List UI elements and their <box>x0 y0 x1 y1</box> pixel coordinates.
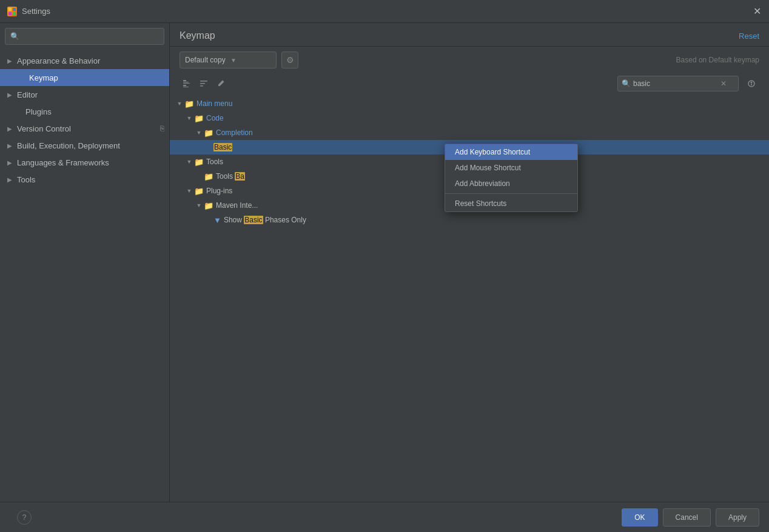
tree-item-code[interactable]: ▼ 📁 Code <box>170 111 769 125</box>
ok-label: OK <box>634 513 645 522</box>
clear-search-button[interactable]: ✕ <box>720 79 727 88</box>
tree-item-label: Main menu <box>196 99 232 108</box>
context-menu-item-label: Add Keyboard Shortcut <box>455 148 530 156</box>
tree-item-completion[interactable]: ▼ 📁 Completion <box>170 125 769 140</box>
folder-icon: 📁 <box>204 201 213 210</box>
tree-arrow-icon: ▼ <box>194 130 204 136</box>
svg-rect-3 <box>13 12 16 15</box>
arrow-icon: ▶ <box>7 58 16 64</box>
window-title: Settings <box>22 7 752 16</box>
sidebar-item-editor[interactable]: ▶ Editor <box>0 86 169 103</box>
tree-arrow-icon: ▼ <box>184 159 194 165</box>
folder-icon: 📁 <box>194 114 204 123</box>
keymap-dropdown[interactable]: Default copy ▼ <box>180 52 277 68</box>
context-menu-item-reset-shortcuts[interactable]: Reset Shortcuts <box>445 196 577 211</box>
svg-rect-8 <box>183 87 189 87</box>
svg-rect-1 <box>13 8 16 11</box>
context-menu: Add Keyboard Shortcut Add Mouse Shortcut… <box>445 144 578 212</box>
sidebar-item-label: Build, Execution, Deployment <box>17 141 120 150</box>
folder-icon: 📁 <box>184 99 194 108</box>
filter-icon: ▼ <box>213 216 221 225</box>
svg-rect-6 <box>183 83 190 84</box>
tree-arrow-icon: ▼ <box>184 188 194 194</box>
sidebar-item-languages[interactable]: ▶ Languages & Frameworks <box>0 154 169 171</box>
svg-rect-10 <box>200 83 205 84</box>
svg-rect-9 <box>200 81 207 82</box>
highlight-text: Basic <box>244 216 263 224</box>
tree-item-label: Basic <box>213 143 232 151</box>
cancel-button[interactable]: Cancel <box>663 508 711 527</box>
sidebar-item-build[interactable]: ▶ Build, Execution, Deployment <box>0 137 169 154</box>
gear-button[interactable]: ⚙ <box>281 52 298 68</box>
expand-all-button[interactable] <box>180 76 194 91</box>
help-button[interactable]: ? <box>17 510 32 525</box>
arrow-icon: ▶ <box>7 125 16 132</box>
edit-button[interactable] <box>213 76 228 91</box>
title-bar: Settings ✕ <box>0 0 769 23</box>
settings-window: Settings ✕ 🔍 ▶ Appearance & Behavior Key… <box>0 0 769 532</box>
sidebar-item-keymap[interactable]: Keymap <box>0 69 169 86</box>
sidebar-item-label: Editor <box>17 90 38 99</box>
context-menu-item-label: Add Abbreviation <box>455 179 510 188</box>
context-menu-item-label: Reset Shortcuts <box>455 199 506 208</box>
folder-icon: 📁 <box>204 172 213 181</box>
svg-rect-4 <box>183 80 186 81</box>
sidebar-search[interactable]: 🔍 <box>5 28 164 45</box>
apply-label: Apply <box>728 513 747 522</box>
svg-point-13 <box>751 82 753 84</box>
sidebar-item-label: Languages & Frameworks <box>17 158 109 167</box>
search-field-icon: 🔍 <box>622 79 631 88</box>
help-label: ? <box>22 513 27 522</box>
sidebar-item-appearance[interactable]: ▶ Appearance & Behavior <box>0 52 169 69</box>
close-button[interactable]: ✕ <box>752 7 762 16</box>
sidebar-item-label: Keymap <box>29 73 58 82</box>
arrow-icon: ▶ <box>7 159 16 166</box>
arrow-icon: ▶ <box>7 142 16 149</box>
bottom-bar: ? OK Cancel Apply <box>0 502 769 532</box>
svg-rect-2 <box>8 12 12 15</box>
sidebar: 🔍 ▶ Appearance & Behavior Keymap ▶ Edito <box>0 23 170 502</box>
panel-header: Keymap Reset <box>170 23 769 47</box>
dropdown-arrow-icon: ▼ <box>230 57 271 64</box>
sidebar-item-version-control[interactable]: ▶ Version Control ⎘ <box>0 120 169 137</box>
apply-button[interactable]: Apply <box>716 508 759 527</box>
cancel-label: Cancel <box>676 513 698 522</box>
tree-toolbar: 🔍 ✕ <box>170 73 769 94</box>
tree-item-label: Maven Inte... <box>216 201 258 210</box>
folder-icon: 📁 <box>194 158 204 167</box>
reset-link[interactable]: Reset <box>739 32 759 41</box>
svg-rect-5 <box>183 82 189 82</box>
svg-rect-0 <box>8 8 12 11</box>
tree-area: ▼ 📁 Main menu ▼ 📁 Code ▼ 📁 Completion <box>170 94 769 502</box>
tree-search-input[interactable] <box>633 79 718 88</box>
keymap-toolbar: Default copy ▼ ⚙ Based on Default keymap <box>170 47 769 73</box>
based-on-text: Based on Default keymap <box>676 56 759 64</box>
context-menu-item-add-keyboard[interactable]: Add Keyboard Shortcut <box>445 144 577 160</box>
dropdown-value: Default copy <box>185 56 226 64</box>
svg-rect-7 <box>183 85 186 86</box>
folder-icon: 📁 <box>194 187 204 196</box>
tree-item-label: Show Basic Phases Only <box>224 216 306 224</box>
context-menu-divider <box>445 193 577 194</box>
sidebar-item-plugins[interactable]: Plugins <box>0 103 169 120</box>
collapse-all-button[interactable] <box>196 76 211 91</box>
search-filter-button[interactable] <box>744 76 759 91</box>
sidebar-search-input[interactable] <box>23 32 159 41</box>
tree-search-field[interactable]: 🔍 ✕ <box>617 76 739 91</box>
context-menu-item-add-mouse[interactable]: Add Mouse Shortcut <box>445 160 577 176</box>
sidebar-item-label: Version Control <box>17 124 71 133</box>
sidebar-item-tools[interactable]: ▶ Tools <box>0 171 169 188</box>
right-panel: Keymap Reset Default copy ▼ ⚙ Based on D… <box>170 23 769 502</box>
svg-rect-11 <box>200 85 203 87</box>
tree-item-show-basic[interactable]: ▼ Show Basic Phases Only <box>170 213 769 227</box>
ok-button[interactable]: OK <box>622 508 657 527</box>
context-menu-item-add-abbreviation[interactable]: Add Abbreviation <box>445 176 577 191</box>
tree-item-main-menu[interactable]: ▼ 📁 Main menu <box>170 96 769 111</box>
svg-rect-14 <box>751 84 752 85</box>
tree-item-label: Tools Ba <box>216 172 245 181</box>
app-icon <box>7 7 17 16</box>
search-icon: 🔍 <box>10 32 19 41</box>
vc-icon: ⎘ <box>160 124 164 133</box>
tree-arrow-icon: ▼ <box>175 101 184 107</box>
main-content: 🔍 ▶ Appearance & Behavior Keymap ▶ Edito <box>0 23 769 502</box>
